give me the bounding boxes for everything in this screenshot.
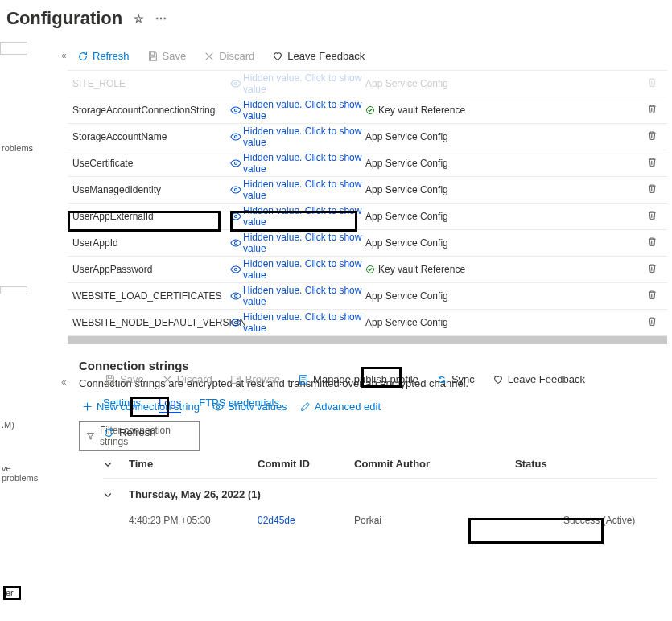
setting-name: WEBSITE_NODE_DEFAULT_VERSION (69, 317, 230, 328)
delete-icon[interactable] (647, 290, 658, 300)
delete-icon[interactable] (647, 263, 658, 273)
setting-source: App Service Config (365, 184, 623, 195)
sidebar-item[interactable]: roblems (0, 143, 31, 153)
logs-table: Time Commit ID Commit Author Status Thur… (103, 450, 658, 533)
logs-refresh-button[interactable]: Refresh (68, 420, 667, 450)
save-icon (105, 374, 116, 385)
commit-id-column-header[interactable]: Commit ID (258, 458, 354, 470)
svg-point-0 (234, 82, 237, 84)
eye-icon[interactable] (230, 105, 241, 116)
setting-source: App Service Config (365, 317, 623, 328)
eye-icon[interactable] (230, 237, 241, 249)
scrollbar-track[interactable] (68, 336, 667, 344)
setting-name: UserAppId (69, 237, 230, 249)
hidden-value-link[interactable]: Hidden value. Click to show value (243, 285, 365, 307)
leave-feedback-button[interactable]: Leave Feedback (266, 47, 371, 65)
delete-icon[interactable] (647, 183, 658, 194)
hidden-value-link[interactable]: Hidden value. Click to show value (243, 125, 365, 148)
status-column-header[interactable]: Status (515, 458, 658, 470)
svg-point-6 (234, 215, 237, 217)
discard-icon (162, 374, 173, 385)
sidebar-bottom-item[interactable]: er (3, 586, 21, 600)
setting-row[interactable]: UserAppExternalIdHidden value. Click to … (68, 204, 667, 230)
delete-icon[interactable] (647, 236, 658, 247)
delete-icon[interactable] (647, 316, 658, 327)
setting-row[interactable]: StorageAccountConnectionStringHidden val… (68, 97, 667, 124)
browse-icon (230, 374, 241, 385)
log-status: Success (Active) (515, 515, 658, 526)
save-button: Save (98, 370, 150, 389)
collapse-left-icon[interactable]: « (56, 47, 72, 64)
setting-row[interactable]: WEBSITE_LOAD_CERTIFICATESHidden value. C… (68, 283, 667, 310)
time-column-header[interactable]: Time (129, 458, 258, 470)
discard-button: Discard (197, 47, 261, 65)
sidebar-stub-box (0, 286, 27, 294)
discard-button: Discard (155, 370, 219, 389)
eye-icon[interactable] (230, 131, 241, 142)
commit-author-column-header[interactable]: Commit Author (354, 458, 515, 470)
delete-icon[interactable] (647, 210, 658, 220)
check-icon (365, 265, 375, 274)
delete-icon[interactable] (647, 157, 658, 167)
hidden-value-link[interactable]: Hidden value. Click to show value (243, 72, 365, 95)
hidden-value-link[interactable]: Hidden value. Click to show value (243, 99, 365, 121)
hidden-value-link[interactable]: Hidden value. Click to show value (243, 152, 365, 175)
sidebar-item[interactable]: ve problems (0, 463, 31, 483)
hidden-value-link[interactable]: Hidden value. Click to show value (243, 311, 365, 334)
expand-column-header[interactable] (103, 459, 129, 469)
app-settings-grid: SITE_ROLEHidden value. Click to show val… (68, 70, 667, 336)
eye-icon[interactable] (230, 290, 241, 302)
svg-point-11 (234, 321, 237, 323)
setting-row[interactable]: UseManagedIdentityHidden value. Click to… (68, 177, 667, 204)
setting-row[interactable]: WEBSITE_NODE_DEFAULT_VERSIONHidden value… (68, 310, 667, 336)
eye-icon[interactable] (230, 264, 241, 275)
delete-icon[interactable] (647, 77, 658, 88)
delete-icon[interactable] (647, 104, 658, 114)
log-row[interactable]: 4:48:23 PM +05:30 02d45de Porkai Success… (103, 508, 658, 533)
eye-icon[interactable] (230, 78, 241, 89)
star-icon[interactable]: ☆ (134, 12, 144, 25)
setting-source: Key vault Reference (365, 105, 623, 116)
log-time: 4:48:23 PM +05:30 (129, 515, 258, 526)
hidden-value-link[interactable]: Hidden value. Click to show value (243, 179, 365, 201)
left-sidebar-fragment: roblems .M) ve problems (0, 42, 31, 621)
setting-name: UserAppPassword (69, 264, 230, 275)
log-commit-id[interactable]: 02d45de (258, 515, 354, 526)
svg-point-8 (234, 268, 237, 270)
manage-publish-profile-button[interactable]: Manage publish profile (291, 370, 425, 389)
tab-settings[interactable]: Settings (103, 397, 141, 413)
setting-row[interactable]: UserAppIdHidden value. Click to show val… (68, 230, 667, 257)
eye-icon[interactable] (230, 211, 241, 222)
eye-icon[interactable] (230, 184, 241, 195)
chevron-down-icon (103, 459, 113, 469)
setting-source: Key vault Reference (365, 264, 623, 275)
setting-row[interactable]: SITE_ROLEHidden value. Click to show val… (68, 71, 667, 97)
sync-button[interactable]: Sync (430, 370, 481, 389)
save-icon (147, 51, 159, 62)
setting-row[interactable]: StorageAccountNameHidden value. Click to… (68, 124, 667, 150)
more-icon[interactable]: ⋯ (155, 12, 167, 25)
sidebar-item[interactable]: .M) (0, 420, 31, 430)
svg-point-7 (234, 241, 237, 244)
profile-icon (298, 374, 309, 385)
refresh-button[interactable]: Refresh (71, 47, 136, 65)
tab-logs[interactable]: Logs (159, 397, 181, 413)
setting-source: App Service Config (365, 158, 623, 169)
deploy-tabs: Settings Logs FTPS credentials (68, 393, 667, 420)
eye-icon[interactable] (230, 317, 241, 328)
setting-row[interactable]: UseCertificateHidden value. Click to sho… (68, 150, 667, 177)
page-title-bar: Configuration ☆ ⋯ (0, 0, 672, 35)
log-date-group[interactable]: Thursday, May 26, 2022 (1) (103, 479, 658, 508)
logs-table-header: Time Commit ID Commit Author Status (103, 450, 658, 479)
setting-source: App Service Config (365, 290, 623, 302)
hidden-value-link[interactable]: Hidden value. Click to show value (243, 232, 365, 254)
setting-row[interactable]: UserAppPasswordHidden value. Click to sh… (68, 257, 667, 283)
collapse-left-icon[interactable]: « (56, 373, 72, 391)
setting-source: App Service Config (365, 78, 623, 89)
tab-ftps-credentials[interactable]: FTPS credentials (199, 397, 279, 413)
hidden-value-link[interactable]: Hidden value. Click to show value (243, 258, 365, 281)
delete-icon[interactable] (647, 130, 658, 141)
eye-icon[interactable] (230, 158, 241, 169)
hidden-value-link[interactable]: Hidden value. Click to show value (243, 205, 365, 228)
leave-feedback-button[interactable]: Leave Feedback (486, 370, 592, 389)
